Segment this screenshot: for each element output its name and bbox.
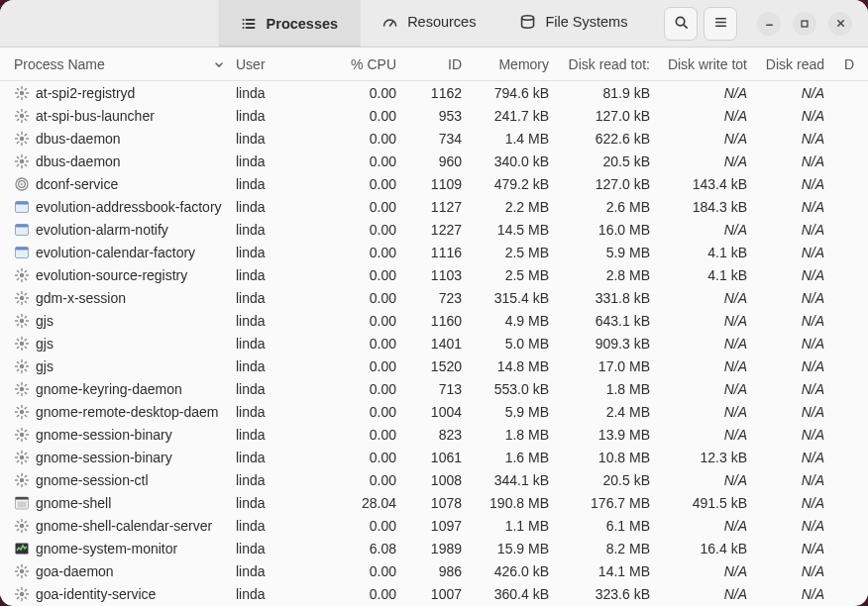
process-name-text: evolution-source-registry: [36, 267, 187, 283]
table-row[interactable]: at-spi-bus-launcherlinda0.00953241.7 kB1…: [0, 104, 868, 127]
cell-disk-read-total: 13.9 MB: [555, 427, 656, 443]
table-row[interactable]: at-spi2-registrydlinda0.001162794.6 kB81…: [0, 81, 868, 104]
cell-process-name: at-spi-bus-launcher: [8, 108, 230, 124]
table-row[interactable]: goa-identity-servicelinda0.001007360.4 k…: [0, 582, 868, 605]
minimize-button[interactable]: [757, 12, 781, 36]
table-row[interactable]: goa-daemonlinda0.00986426.0 kB14.1 MBN/A…: [0, 559, 868, 582]
svg-point-37: [20, 432, 24, 436]
cell-id: 1061: [402, 450, 468, 465]
table-row[interactable]: dbus-daemonlinda0.007341.4 MB622.6 kBN/A…: [0, 127, 868, 150]
cell-disk-write-total: 4.1 kB: [656, 245, 753, 260]
table-row[interactable]: gnome-shell-calendar-serverlinda0.001097…: [0, 514, 868, 537]
table-row[interactable]: gnome-remote-desktop-daemlinda0.0010045.…: [0, 400, 868, 423]
cell-disk-write-total: N/A: [656, 381, 753, 397]
cell-memory: 344.1 kB: [468, 472, 555, 488]
cell-cpu: 0.00: [317, 358, 402, 374]
cell-memory: 553.0 kB: [468, 381, 555, 397]
cell-disk-read: N/A: [753, 222, 830, 238]
col-disk-write-total[interactable]: Disk write tot: [656, 56, 753, 72]
cell-id: 1160: [402, 313, 468, 329]
cell-id: 723: [402, 290, 468, 306]
cell-disk-read: N/A: [753, 563, 830, 579]
cell-process-name: gnome-remote-desktop-daem: [8, 404, 230, 420]
cell-disk-write-total: 491.5 kB: [656, 495, 753, 511]
tab-filesystems[interactable]: File Systems: [497, 0, 649, 47]
process-icon: [14, 358, 30, 374]
svg-rect-14: [802, 21, 808, 27]
cell-id: 1078: [402, 495, 468, 511]
menu-button[interactable]: [704, 7, 737, 41]
col-id[interactable]: ID: [402, 56, 468, 72]
svg-point-8: [676, 17, 684, 25]
col-cpu[interactable]: % CPU: [317, 56, 402, 72]
table-row[interactable]: dbus-daemonlinda0.00960340.0 kB20.5 kBN/…: [0, 150, 868, 172]
table-row[interactable]: gjslinda0.0011604.9 MB643.1 kBN/AN/A: [0, 309, 868, 332]
process-name-text: dconf-service: [36, 176, 118, 192]
search-button[interactable]: [664, 7, 698, 41]
tab-processes[interactable]: Processes: [219, 0, 361, 47]
cell-disk-read-total: 16.0 MB: [555, 222, 656, 238]
process-icon: [14, 153, 30, 169]
svg-point-46: [20, 591, 24, 595]
table-row[interactable]: gdm-x-sessionlinda0.00723315.4 kB331.8 k…: [0, 286, 868, 309]
table-row[interactable]: gnome-keyring-daemonlinda0.00713553.0 kB…: [0, 377, 868, 400]
process-name-text: goa-identity-service: [36, 586, 156, 602]
cell-cpu: 0.00: [317, 427, 402, 443]
col-process-name[interactable]: Process Name: [8, 56, 230, 72]
cell-disk-read: N/A: [753, 358, 830, 374]
speedometer-icon: [381, 14, 397, 30]
cell-disk-read: N/A: [753, 404, 830, 420]
cell-cpu: 0.00: [317, 381, 402, 397]
cell-process-name: gnome-keyring-daemon: [8, 381, 230, 397]
svg-point-34: [20, 363, 24, 367]
cell-memory: 190.8 MB: [468, 495, 555, 511]
col-disk-read[interactable]: Disk read: [753, 56, 830, 72]
cell-disk-read-total: 6.1 MB: [555, 518, 656, 534]
table-row[interactable]: evolution-source-registrylinda0.0011032.…: [0, 263, 868, 286]
svg-rect-25: [16, 201, 29, 204]
cell-disk-write-total: N/A: [656, 85, 753, 101]
system-monitor-window: Processes Resources File: [0, 0, 868, 606]
cell-id: 1162: [402, 85, 468, 101]
close-button[interactable]: [828, 12, 852, 36]
cell-disk-read-total: 2.8 MB: [555, 267, 656, 283]
table-row[interactable]: gnome-session-ctllinda0.001008344.1 kB20…: [0, 468, 868, 491]
col-memory[interactable]: Memory: [468, 56, 555, 72]
process-name-text: dbus-daemon: [36, 131, 121, 147]
process-icon: [14, 313, 30, 329]
cell-disk-read: N/A: [753, 176, 830, 192]
cell-disk-read: N/A: [753, 381, 830, 397]
cell-cpu: 0.00: [317, 404, 402, 420]
table-row[interactable]: gnome-session-binarylinda0.008231.8 MB13…: [0, 423, 868, 446]
col-extra[interactable]: D: [830, 56, 860, 72]
col-user[interactable]: User: [230, 56, 317, 72]
table-row[interactable]: evolution-addressbook-factorylinda0.0011…: [0, 195, 868, 218]
col-disk-read-total[interactable]: Disk read tot:: [555, 56, 656, 72]
process-icon: [14, 199, 30, 215]
svg-line-6: [389, 22, 392, 26]
table-row[interactable]: gnome-session-binarylinda0.0010611.6 MB1…: [0, 446, 868, 468]
table-row[interactable]: gnome-system-monitorlinda6.08198915.9 MB…: [0, 537, 868, 559]
cell-disk-read-total: 176.7 MB: [555, 495, 656, 511]
table-row[interactable]: gnome-shelllinda28.041078190.8 MB176.7 M…: [0, 491, 868, 514]
maximize-button[interactable]: [793, 12, 816, 36]
svg-point-20: [20, 158, 24, 162]
table-row[interactable]: evolution-alarm-notifylinda0.00122714.5 …: [0, 218, 868, 241]
tab-resources[interactable]: Resources: [360, 0, 497, 47]
table-body[interactable]: at-spi2-registrydlinda0.001162794.6 kB81…: [0, 81, 868, 606]
cell-disk-read: N/A: [753, 427, 830, 443]
headerbar: Processes Resources File: [0, 0, 868, 48]
svg-point-33: [20, 341, 24, 345]
cell-process-name: gnome-shell: [8, 495, 230, 511]
cell-disk-write-total: 143.4 kB: [656, 176, 753, 192]
table-row[interactable]: gjslinda0.00152014.8 MB17.0 MBN/AN/A: [0, 354, 868, 377]
cell-disk-read: N/A: [753, 290, 830, 306]
cell-disk-read-total: 20.5 kB: [555, 472, 656, 488]
cell-process-name: gnome-session-ctl: [8, 472, 230, 488]
table-row[interactable]: dconf-servicelinda0.001109479.2 kB127.0 …: [0, 172, 868, 195]
svg-point-43: [20, 523, 24, 527]
table-row[interactable]: gjslinda0.0014015.0 MB909.3 kBN/AN/A: [0, 332, 868, 354]
process-name-text: at-spi-bus-launcher: [36, 108, 155, 124]
table-row[interactable]: evolution-calendar-factorylinda0.0011162…: [0, 241, 868, 263]
cell-disk-write-total: N/A: [656, 222, 753, 238]
